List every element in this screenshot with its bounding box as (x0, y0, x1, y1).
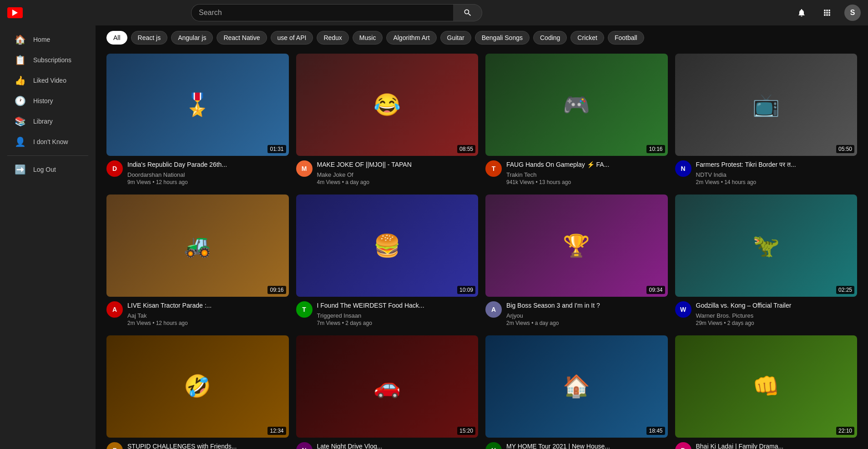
video-info: D Bhai Ki Ladai | Family Drama... Drama … (675, 442, 858, 449)
channel-avatar: N (675, 160, 691, 177)
play-icon (12, 10, 18, 16)
video-meta: Godzilla vs. Kong – Official Trailer War… (696, 301, 858, 326)
video-info: A Big Boss Season 3 and I'm in It ? Arjy… (485, 301, 668, 326)
channel-name: Trakin Tech (506, 171, 668, 178)
video-title: Big Boss Season 3 and I'm in It ? (506, 301, 668, 310)
apps-button[interactable] (819, 5, 835, 21)
sidebar-item-library[interactable]: 📚 Library (4, 111, 92, 131)
sidebar-label-dont-know: I don't Know (33, 138, 68, 145)
filter-chip-music[interactable]: Music (353, 31, 383, 45)
thumb-emoji: 🚜 (106, 195, 289, 297)
channel-name: Arjyou (506, 312, 668, 319)
video-title: FAUG Hands On Gameplay ⚡ FA... (506, 160, 668, 170)
channel-avatar: W (675, 301, 691, 318)
video-meta: MY HOME Tour 2021 | New House... Home To… (506, 442, 668, 449)
channel-avatar: A (485, 301, 502, 318)
bell-icon (797, 8, 806, 17)
channel-name: NDTV India (696, 171, 858, 178)
sidebar-label-home: Home (33, 36, 50, 43)
filter-chip-use-of-api[interactable]: use of API (271, 31, 313, 45)
video-card[interactable]: 🚜 09:16 A LIVE Kisan Tractor Parade :...… (106, 195, 289, 326)
filter-chip-all[interactable]: All (106, 31, 127, 45)
video-thumbnail: 📺 05:50 (675, 54, 858, 156)
video-meta: India's Republic Day Parade 26th... Door… (127, 160, 289, 185)
logo-area[interactable] (7, 7, 33, 18)
filter-chip-react-js[interactable]: React js (131, 31, 168, 45)
sidebar-item-dont-know[interactable]: 👤 I don't Know (4, 132, 92, 152)
sidebar-label-logout: Log Out (33, 166, 56, 173)
video-card[interactable]: 🤣 12:34 F STUPID CHALLENGES with Friends… (106, 335, 289, 449)
video-card[interactable]: 🎮 10:16 T FAUG Hands On Gameplay ⚡ FA...… (485, 54, 668, 185)
sidebar: 🏠 Home 📋 Subscriptions 👍 Liked Video 🕐 H… (0, 25, 96, 449)
video-card[interactable]: 👊 22:10 D Bhai Ki Ladai | Family Drama..… (675, 335, 858, 449)
filter-chip-redux[interactable]: Redux (317, 31, 348, 45)
sidebar-label-history: History (33, 97, 53, 105)
video-title: MY HOME Tour 2021 | New House... (506, 442, 668, 449)
youtube-logo[interactable] (7, 7, 23, 18)
video-meta: MAKE JOKE OF ||MJO|| - TAPAN Make Joke O… (317, 160, 479, 185)
filter-chip-angular-js[interactable]: Angular js (171, 31, 213, 45)
video-card[interactable]: 😂 08:55 M MAKE JOKE OF ||MJO|| - TAPAN M… (296, 54, 479, 185)
duration-badge: 22:10 (836, 427, 854, 435)
video-thumbnail: 👊 22:10 (675, 335, 858, 438)
duration-badge: 08:55 (457, 145, 475, 153)
filter-chip-algorithm-art[interactable]: Algorithm Art (386, 31, 436, 45)
video-stats: 2m Views • 14 hours ago (696, 179, 858, 185)
search-input[interactable] (191, 4, 453, 21)
video-meta: Farmers Protest: Tikri Border पर त... ND… (696, 160, 858, 185)
video-meta: LIVE Kisan Tractor Parade :... Aaj Tak 2… (127, 301, 289, 326)
search-button[interactable] (453, 4, 482, 21)
video-stats: 7m Views • 2 days ago (317, 320, 479, 326)
sidebar-label-liked: Liked Video (33, 77, 66, 84)
video-card[interactable]: 📺 05:50 N Farmers Protest: Tikri Border … (675, 54, 858, 185)
video-thumbnail: 🚜 09:16 (106, 195, 289, 297)
channel-name: Doordarshan National (127, 171, 289, 178)
video-card[interactable]: 🏆 09:34 A Big Boss Season 3 and I'm in I… (485, 195, 668, 326)
video-info: W Godzilla vs. Kong – Official Trailer W… (675, 301, 858, 326)
video-info: N Farmers Protest: Tikri Border पर त... … (675, 160, 858, 185)
filter-chip-guitar[interactable]: Guitar (440, 31, 471, 45)
filter-row: AllReact jsAngular jsReact Nativeuse of … (106, 25, 857, 50)
duration-badge: 15:20 (457, 427, 475, 435)
channel-name: Aaj Tak (127, 312, 289, 319)
thumb-emoji: 🍔 (296, 195, 479, 297)
sidebar-item-liked[interactable]: 👍 Liked Video (4, 70, 92, 90)
video-meta: I Found The WEIRDEST Food Hack... Trigge… (317, 301, 479, 326)
duration-badge: 05:50 (836, 145, 854, 153)
video-stats: 2m Views • a day ago (506, 320, 668, 326)
filter-chip-football[interactable]: Football (608, 31, 644, 45)
video-thumbnail: 🦖 02:25 (675, 195, 858, 297)
channel-avatar: T (485, 160, 502, 177)
video-title: Farmers Protest: Tikri Border पर त... (696, 160, 858, 170)
video-thumbnail: 🏠 18:45 (485, 335, 668, 438)
duration-badge: 10:16 (646, 145, 665, 153)
sidebar-label-library: Library (33, 118, 53, 125)
sidebar-divider (7, 155, 88, 156)
video-card[interactable]: 🦖 02:25 W Godzilla vs. Kong – Official T… (675, 195, 858, 326)
filter-chip-bengali-songs[interactable]: Bengali Songs (475, 31, 530, 45)
thumb-emoji: 🚗 (296, 335, 479, 438)
video-thumbnail: 🍔 10:09 (296, 195, 479, 297)
video-card[interactable]: 🎖️ 01:31 D India's Republic Day Parade 2… (106, 54, 289, 185)
filter-chip-react-native[interactable]: React Native (217, 31, 267, 45)
video-info: M MAKE JOKE OF ||MJO|| - TAPAN Make Joke… (296, 160, 479, 185)
video-thumbnail: 🤣 12:34 (106, 335, 289, 438)
video-info: D India's Republic Day Parade 26th... Do… (106, 160, 289, 185)
filter-chip-coding[interactable]: Coding (533, 31, 567, 45)
notification-button[interactable] (793, 5, 810, 21)
video-thumbnail: 🎖️ 01:31 (106, 54, 289, 156)
video-card[interactable]: 🚗 15:20 N Late Night Drive Vlog... Night… (296, 335, 479, 449)
sidebar-item-history[interactable]: 🕐 History (4, 91, 92, 111)
sidebar-item-subscriptions[interactable]: 📋 Subscriptions (4, 50, 92, 70)
video-title: STUPID CHALLENGES with Friends... (127, 442, 289, 449)
main-content: AllReact jsAngular jsReact Nativeuse of … (96, 25, 868, 449)
video-card[interactable]: 🍔 10:09 T I Found The WEIRDEST Food Hack… (296, 195, 479, 326)
header: S (0, 0, 868, 25)
sidebar-item-home[interactable]: 🏠 Home (4, 30, 92, 50)
video-card[interactable]: 🏠 18:45 H MY HOME Tour 2021 | New House.… (485, 335, 668, 449)
sidebar-item-logout[interactable]: ➡️ Log Out (4, 160, 92, 180)
channel-avatar: T (296, 301, 313, 318)
user-avatar[interactable]: S (844, 5, 861, 21)
filter-chip-cricket[interactable]: Cricket (570, 31, 604, 45)
sidebar-icon-logout: ➡️ (15, 164, 26, 175)
